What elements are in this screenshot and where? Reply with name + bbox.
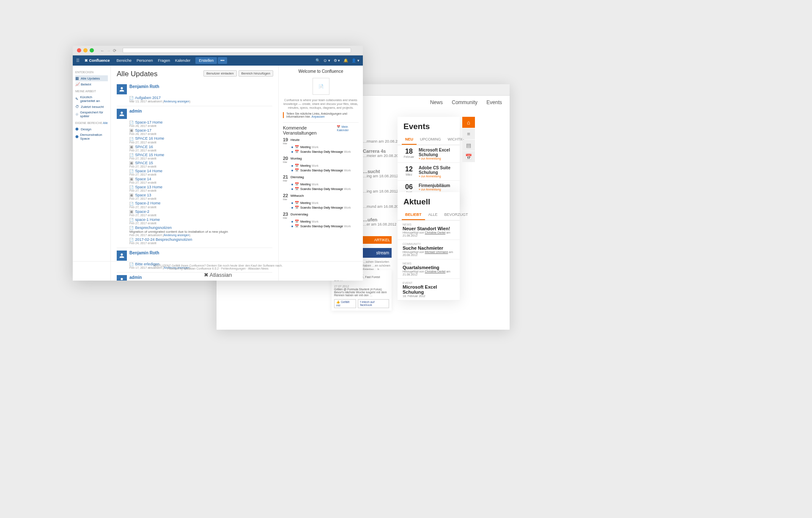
frag-artikel[interactable]: ARTIKEL	[362, 236, 392, 244]
sb-alle-link[interactable]: Alle	[103, 121, 108, 124]
aktuell-item[interactable]: NEWSNeuer Standort Wien!Hinzugefügt von …	[398, 220, 460, 240]
calendar-event[interactable]: 📅MeetingWork	[291, 163, 359, 168]
feed-item[interactable]: 📄 BesprechungsnotizenMigration of unmigr…	[129, 225, 272, 237]
side-icon-calendar[interactable]: 📅	[462, 151, 475, 162]
side-icon-home[interactable]: ⌂	[462, 117, 475, 128]
avatar[interactable]	[117, 109, 127, 119]
feed-item[interactable]: 📄 Aufgaben 2017Mär 13, 2017 aktualisiert…	[129, 95, 272, 103]
calendar-event[interactable]: 📅Scandio Standup Daily MessageWork	[291, 149, 359, 154]
erstellen-more-button[interactable]: •••	[218, 57, 227, 64]
nav-news[interactable]: News	[430, 99, 443, 105]
feed-item[interactable]: ⊞ Space-2Feb 27, 2017 erstellt	[129, 209, 272, 217]
feed-item[interactable]: 📄 Space 14 HomeFeb 27, 2017 erstellt	[129, 168, 272, 176]
profile-icon[interactable]: 👤 ▾	[351, 58, 359, 63]
side-icon-list[interactable]: ≡	[462, 128, 475, 139]
nav-bereiche[interactable]: Bereiche	[117, 58, 132, 63]
sidebar-item-design[interactable]: ⬣Design	[75, 126, 108, 132]
event-sublink[interactable]: » zur Anmeldung	[419, 157, 455, 160]
tab-bevorzugt[interactable]: BEVORZUGT	[441, 210, 472, 220]
side-icon-chat[interactable]: ▤	[462, 140, 475, 151]
back-arrow-icon[interactable]: ←	[100, 48, 104, 53]
feed-item[interactable]: 📄 Space-17 HomeFeb 28, 2017 erstellt	[129, 120, 272, 128]
feed-item[interactable]: 📄 Space-2 HomeFeb 27, 2017 erstellt	[129, 201, 272, 209]
calendar-event[interactable]: 📅MeetingWork	[291, 182, 359, 187]
sidebar-item-saved[interactable]: ☆Gespeichert für später	[75, 110, 108, 119]
feed-item[interactable]: 📄 space-1 HomeFeb 27, 2017 erstellt	[129, 217, 272, 225]
feed-item[interactable]: ⊞ Space 14Feb 27, 2017 erstellt	[129, 176, 272, 185]
author-link[interactable]: Benjamin Roth	[129, 84, 159, 89]
footer-news-link[interactable]: Atlassian-News	[248, 267, 268, 270]
sidebar-item-alle-updates[interactable]: ▦Alle Updates	[75, 75, 108, 81]
tab-upcoming[interactable]: UPCOMING	[417, 135, 444, 145]
help-icon[interactable]: ⊙ ▾	[324, 58, 330, 63]
confluence-logo[interactable]: ✖ Confluence	[85, 58, 110, 63]
event-row[interactable]: 18FebruarMicrosoft Excel Schulung» zur A…	[398, 145, 460, 163]
feed-item[interactable]: ⊞ SPACE 16Feb 27, 2017 erstellt	[129, 144, 272, 152]
aktuell-item[interactable]: COMMUNITYSuche NachmieterHinzugefügt von…	[398, 240, 460, 259]
tab-beliebt[interactable]: BELIEBT	[402, 210, 425, 220]
calendar-event[interactable]: 📅Scandio Standup Daily MessageWork	[291, 224, 359, 229]
invite-users-button[interactable]: Benutzer einladen	[203, 70, 237, 77]
calendar-event[interactable]: 📅Scandio Standup Daily MessageWork	[291, 205, 359, 210]
fb-like-button[interactable]: 👍 Gefällt mir	[334, 299, 356, 308]
sb-meine-arbeit: MEINE ARBEIT	[75, 90, 108, 93]
event-sublink[interactable]: » zur Anmeldung	[419, 188, 455, 191]
nav-fragen[interactable]: Fragen	[158, 58, 170, 63]
sidebar-item-beliebt[interactable]: 📈Beliebt	[75, 81, 108, 87]
aktuell-item[interactable]: NEWSQuartalsmeetingHinzugefügt von Chris…	[398, 259, 460, 279]
search-icon[interactable]: 🔍	[315, 58, 320, 63]
anpassen-link[interactable]: Anpassen	[312, 115, 325, 118]
footer-bugs-link[interactable]: FehlerAnregungen	[221, 267, 246, 270]
item-type-icon: ⊞	[129, 210, 133, 214]
address-bar[interactable]	[123, 48, 351, 53]
notification-icon[interactable]: 🔔	[343, 58, 348, 63]
nav-community[interactable]: Community	[452, 99, 477, 105]
avatar[interactable]	[117, 84, 127, 94]
feed-item[interactable]: ⊞ Space-17Feb 28, 2017 erstellt	[129, 128, 272, 136]
event-row[interactable]: 12MärzAdobe CS Suite Schulung» zur Anmel…	[398, 163, 460, 181]
nav-events[interactable]: Events	[486, 99, 502, 105]
author-link[interactable]: Benjamin Roth	[129, 251, 159, 255]
mein-kalender-link[interactable]: 📅 Mein Kalender	[337, 125, 359, 135]
feed-item[interactable]: 📄 Space 13 HomeFeb 27, 2017 erstellt	[129, 185, 272, 193]
feed-item[interactable]: 📄 SPACE 16 HomeFeb 27, 2017 erstellt	[129, 136, 272, 144]
welcome-tip: Teilen Sie nützliche Links, Ankündigunge…	[283, 112, 359, 118]
calendar-event[interactable]: 📅Scandio Standup Daily MessageWork	[291, 187, 359, 191]
event-sublink[interactable]: » zur Anmeldung	[419, 175, 455, 178]
confluence-body: ENTDECKEN ▦Alle Updates 📈Beliebt MEINE A…	[73, 66, 363, 281]
feed-item[interactable]: ⊞ Space 13Feb 27, 2017 erstellt	[129, 193, 272, 201]
calendar-event[interactable]: 📅MeetingWork	[291, 201, 359, 205]
avatar[interactable]	[117, 251, 127, 261]
sidebar-item-recent-visited[interactable]: ⏱Zuletzt besucht	[75, 104, 108, 110]
traffic-min[interactable]	[83, 48, 88, 52]
feed-item[interactable]: 📄 SPACE 15 HomeFeb 27, 2017 erstellt	[129, 152, 272, 160]
gear-icon[interactable]: ⚙ ▾	[334, 58, 340, 63]
calendar-event[interactable]: 📅Scandio Standup Daily MessageWork	[291, 168, 359, 173]
author-link[interactable]: admin	[129, 109, 142, 113]
feed-item[interactable]: 📄 2017-02-24 BesprechungsnotizenFeb 24, …	[129, 237, 272, 245]
footer-powered: Powered by Atlassian Confluence 6.0.2	[167, 267, 219, 270]
fb-page-button[interactable]: f intech auf facebook	[358, 299, 389, 308]
add-space-button[interactable]: Bereich hinzufügen	[239, 70, 274, 77]
traffic-close[interactable]	[77, 48, 81, 52]
tab-neu[interactable]: NEU	[402, 135, 417, 145]
hamburger-icon[interactable]: ☰	[76, 58, 80, 63]
calendar-event[interactable]: 📅MeetingWork	[291, 145, 359, 149]
sidebar-item-recent-worked[interactable]: ✎Kürzlich gearbeitet an	[75, 94, 108, 104]
browser-window-a: ← → ⟳ ☰ ✖ Confluence Bereiche Personen F…	[73, 46, 363, 281]
aktuell-item[interactable]: EVENTMicrosoft Excel Schulung18. Februar…	[398, 279, 460, 300]
erstellen-button[interactable]: Erstellen	[195, 57, 217, 64]
traffic-max[interactable]	[90, 48, 94, 52]
upcoming-list: 19MärHeute📅MeetingWork📅Scandio Standup D…	[283, 137, 359, 229]
space-icon: ⬣	[75, 135, 79, 139]
nav-kalender[interactable]: Kalender	[175, 58, 190, 63]
tab-alle[interactable]: ALLE	[425, 210, 441, 220]
calendar-event[interactable]: 📅MeetingWork	[291, 219, 359, 224]
calendar-icon: 📅	[295, 164, 299, 168]
calendar-icon: 📅	[295, 150, 299, 154]
nav-personen[interactable]: Personen	[137, 58, 153, 63]
sidebar-item-label: Kürzlich gearbeitet an	[80, 95, 108, 103]
reload-icon[interactable]: ⟳	[113, 48, 116, 53]
feed-item[interactable]: ⊞ SPACE 15Feb 27, 2017 erstellt	[129, 160, 272, 168]
sidebar-item-demo[interactable]: ⬣Demonstration Space	[75, 132, 108, 141]
